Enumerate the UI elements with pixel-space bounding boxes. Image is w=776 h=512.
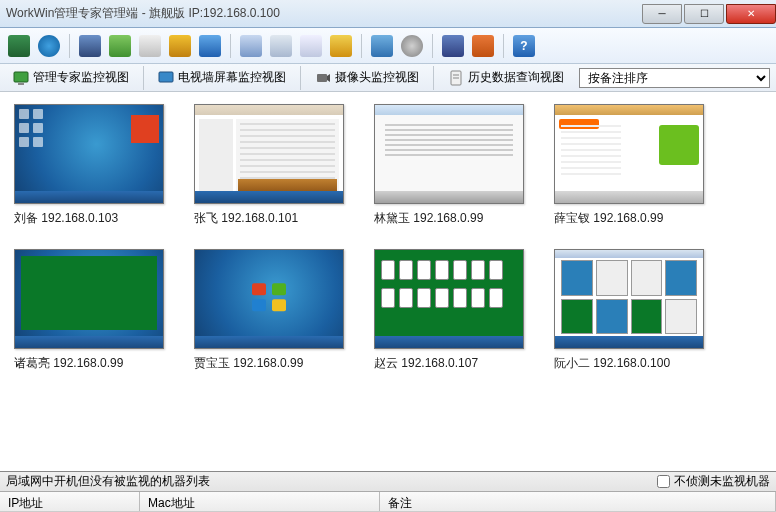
camera-icon[interactable] <box>197 33 223 59</box>
thumbnail[interactable]: 刘备 192.168.0.103 <box>14 104 164 227</box>
thumbnail[interactable]: 薛宝钗 192.168.0.99 <box>554 104 704 227</box>
separator-icon <box>69 34 70 58</box>
client-name: 赵云 <box>374 356 398 370</box>
tab-label: 历史数据查询视图 <box>468 69 564 86</box>
window-controls: ─ ☐ ✕ <box>640 4 776 24</box>
separator-icon <box>230 34 231 58</box>
help-icon[interactable]: ? <box>511 33 537 59</box>
book-icon[interactable] <box>440 33 466 59</box>
monitor-icon <box>13 70 29 86</box>
tab-label: 管理专家监控视图 <box>33 69 129 86</box>
client-name: 薛宝钗 <box>554 211 590 225</box>
tab-tvwall-view[interactable]: 电视墙屏幕监控视图 <box>151 65 293 90</box>
svg-marker-4 <box>327 74 330 82</box>
client-name: 诸葛亮 <box>14 356 50 370</box>
users-icon[interactable] <box>107 33 133 59</box>
detect-checkbox[interactable]: 不侦测未监视机器 <box>657 473 770 490</box>
view-tabs: 管理专家监控视图 电视墙屏幕监控视图 摄像头监控视图 历史数据查询视图 按备注排… <box>0 64 776 92</box>
sort-select[interactable]: 按备注排序 <box>579 68 770 88</box>
window-title: WorkWin管理专家管理端 - 旗舰版 IP:192.168.0.100 <box>6 5 280 22</box>
camera-icon <box>315 70 331 86</box>
client-ip: 192.168.0.99 <box>593 211 663 225</box>
document-icon <box>448 70 464 86</box>
client-ip: 192.168.0.103 <box>41 211 118 225</box>
chat-icon[interactable] <box>268 33 294 59</box>
separator-icon <box>503 34 504 58</box>
thumbnail[interactable]: 张飞 192.168.0.101 <box>194 104 344 227</box>
tab-label: 电视墙屏幕监控视图 <box>178 69 286 86</box>
mail-icon[interactable] <box>298 33 324 59</box>
close-button[interactable]: ✕ <box>726 4 776 24</box>
client-name: 刘备 <box>14 211 38 225</box>
thumbnail[interactable]: 阮小二 192.168.0.100 <box>554 249 704 372</box>
detect-checkbox-input[interactable] <box>657 475 670 488</box>
client-name: 贾宝玉 <box>194 356 230 370</box>
thumbnail[interactable]: 林黛玉 192.168.0.99 <box>374 104 524 227</box>
thumbnail[interactable]: 赵云 192.168.0.107 <box>374 249 524 372</box>
contacts-icon[interactable] <box>470 33 496 59</box>
footer-columns: IP地址 Mac地址 备注 <box>0 492 776 512</box>
grid-icon <box>158 70 174 86</box>
client-ip: 192.168.0.100 <box>593 356 670 370</box>
thumbnail[interactable]: 贾宝玉 192.168.0.99 <box>194 249 344 372</box>
separator-icon <box>143 66 144 90</box>
maximize-button[interactable]: ☐ <box>684 4 724 24</box>
col-mac[interactable]: Mac地址 <box>140 492 380 511</box>
screen-icon[interactable] <box>77 33 103 59</box>
client-ip: 192.168.0.101 <box>221 211 298 225</box>
client-ip: 192.168.0.107 <box>401 356 478 370</box>
tab-manager-view[interactable]: 管理专家监控视图 <box>6 65 136 90</box>
detect-checkbox-label: 不侦测未监视机器 <box>674 473 770 490</box>
separator-icon <box>300 66 301 90</box>
footer-title: 局域网中开机但没有被监视的机器列表 <box>6 473 210 490</box>
tab-history-view[interactable]: 历史数据查询视图 <box>441 65 571 90</box>
toolbar: ? <box>0 28 776 64</box>
col-ip[interactable]: IP地址 <box>0 492 140 511</box>
tab-label: 摄像头监控视图 <box>335 69 419 86</box>
network-icon[interactable] <box>369 33 395 59</box>
minimize-button[interactable]: ─ <box>642 4 682 24</box>
svg-rect-2 <box>159 72 173 82</box>
col-note[interactable]: 备注 <box>380 492 776 511</box>
titlebar: WorkWin管理专家管理端 - 旗舰版 IP:192.168.0.100 ─ … <box>0 0 776 28</box>
thumbnail-area: 刘备 192.168.0.103 张飞 192.168.0.101 林黛玉 19… <box>0 92 776 422</box>
warning-icon[interactable] <box>328 33 354 59</box>
log-icon[interactable] <box>137 33 163 59</box>
lock-icon[interactable] <box>167 33 193 59</box>
tab-camera-view[interactable]: 摄像头监控视图 <box>308 65 426 90</box>
monitor-icon[interactable] <box>6 33 32 59</box>
client-name: 张飞 <box>194 211 218 225</box>
client-ip: 192.168.0.99 <box>53 356 123 370</box>
thumbnail[interactable]: 诸葛亮 192.168.0.99 <box>14 249 164 372</box>
svg-rect-3 <box>317 74 327 82</box>
separator-icon <box>433 66 434 90</box>
footer-panel: 局域网中开机但没有被监视的机器列表 不侦测未监视机器 IP地址 Mac地址 备注 <box>0 471 776 512</box>
disc-icon[interactable] <box>399 33 425 59</box>
svg-rect-0 <box>14 72 28 82</box>
client-ip: 192.168.0.99 <box>413 211 483 225</box>
globe-icon[interactable] <box>36 33 62 59</box>
display-icon[interactable] <box>238 33 264 59</box>
separator-icon <box>432 34 433 58</box>
client-name: 林黛玉 <box>374 211 410 225</box>
client-ip: 192.168.0.99 <box>233 356 303 370</box>
client-name: 阮小二 <box>554 356 590 370</box>
separator-icon <box>361 34 362 58</box>
svg-rect-1 <box>18 83 24 85</box>
